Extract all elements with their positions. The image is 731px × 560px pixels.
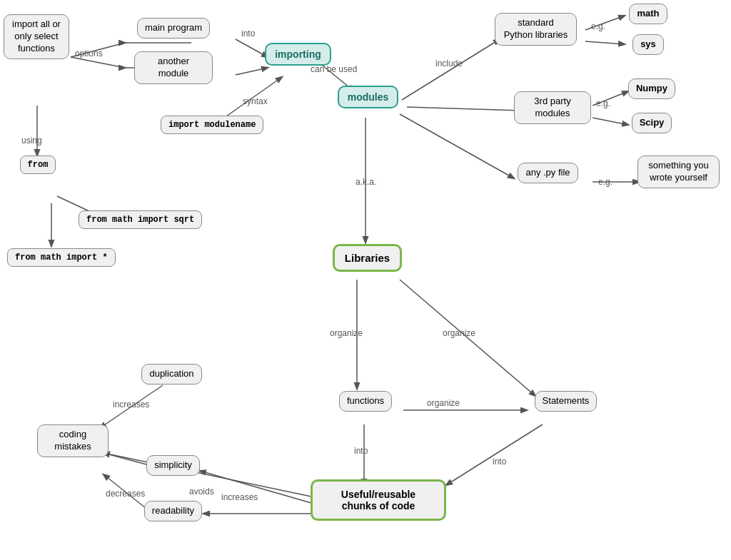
- another-module-node: another module: [134, 51, 213, 84]
- another-module-box: another module: [134, 51, 213, 84]
- importing-node: importing: [264, 43, 332, 66]
- from-math-sqrt-node: from math import sqrt: [79, 210, 202, 229]
- third-party-node: 3rd party modules: [514, 91, 591, 124]
- readability-box: readability: [144, 501, 202, 521]
- from-node: from: [20, 156, 56, 174]
- functions-box: functions: [339, 391, 392, 412]
- eg2-label: e.g.: [596, 98, 610, 108]
- numpy-box: Numpy: [628, 78, 675, 99]
- include-label: include: [435, 58, 463, 68]
- functions-node: functions: [330, 391, 401, 412]
- import-all-node: import all or only select functions: [4, 14, 69, 59]
- import-modulename-node: import modulename: [161, 116, 263, 134]
- svg-line-7: [236, 39, 268, 57]
- options-label: options: [75, 49, 103, 58]
- libraries-node: Libraries: [323, 244, 412, 272]
- something-you-node: something you wrote yourself: [637, 156, 720, 188]
- scipy-node: Scipy: [627, 113, 677, 133]
- import-all-box: import all or only select functions: [4, 14, 69, 59]
- svg-line-11: [402, 39, 500, 100]
- arrows-svg: [0, 0, 731, 560]
- simplicity-node: simplicity: [139, 455, 207, 476]
- into3-label: into: [493, 457, 506, 467]
- svg-line-28: [200, 471, 328, 508]
- duplication-node: duplication: [134, 364, 209, 385]
- useful-chunks-node: Useful/reusable chunks of code: [311, 479, 446, 521]
- statements-box: Statements: [535, 391, 598, 412]
- coding-mistakes-box: coding mistakes: [37, 424, 109, 457]
- svg-line-13: [400, 114, 514, 178]
- from-math-star-box: from math import *: [7, 248, 116, 267]
- main-program-node: main program: [134, 18, 213, 39]
- decreases-label: decreases: [106, 489, 145, 499]
- increases2-label: increases: [221, 492, 258, 502]
- any-py-box: any .py file: [518, 163, 578, 183]
- libraries-box: Libraries: [333, 244, 402, 272]
- organize1-label: organize: [330, 328, 363, 338]
- organize2-label: organize: [443, 328, 475, 338]
- readability-node: readability: [139, 501, 207, 521]
- svg-line-24: [446, 424, 543, 485]
- aka-label: a.k.a.: [356, 177, 376, 187]
- useful-chunks-box: Useful/reusable chunks of code: [311, 479, 446, 521]
- importing-box: importing: [265, 43, 331, 66]
- eg1-label: e.g.: [591, 21, 605, 31]
- svg-line-15: [585, 41, 625, 44]
- from-math-sqrt-box: from math import sqrt: [79, 210, 202, 229]
- import-modulename-box: import modulename: [161, 116, 263, 134]
- duplication-box: duplication: [141, 364, 201, 385]
- modules-box: modules: [338, 86, 399, 108]
- svg-line-8: [236, 68, 268, 75]
- from-box: from: [20, 156, 56, 174]
- something-you-box: something you wrote yourself: [637, 156, 720, 188]
- math-box: math: [629, 4, 667, 24]
- numpy-node: Numpy: [627, 78, 677, 99]
- math-node: math: [627, 4, 670, 24]
- from-math-star-node: from math import *: [7, 248, 116, 267]
- increases1-label: increases: [113, 399, 149, 409]
- simplicity-box: simplicity: [146, 455, 200, 476]
- using-label: using: [21, 136, 42, 146]
- sys-node: sys: [627, 34, 670, 55]
- statements-node: Statements: [528, 391, 603, 412]
- into2-label: into: [354, 446, 368, 456]
- modules-node: modules: [331, 86, 405, 108]
- main-program-box: main program: [137, 18, 210, 39]
- svg-line-17: [593, 118, 628, 125]
- svg-line-12: [407, 107, 521, 111]
- avoids-label: avoids: [189, 487, 214, 497]
- std-python-box: standard Python libraries: [495, 13, 577, 46]
- into-label: into: [241, 29, 255, 39]
- can-be-used-label: can be used: [311, 64, 357, 74]
- svg-line-4: [71, 57, 125, 68]
- scipy-box: Scipy: [632, 113, 672, 133]
- syntax-label: syntax: [243, 96, 268, 106]
- eg3-label: e.g.: [598, 177, 612, 187]
- organize3-label: organize: [427, 398, 460, 408]
- coding-mistakes-node: coding mistakes: [37, 424, 109, 457]
- any-py-node: any .py file: [514, 163, 582, 183]
- concept-map: import all or only select functions from…: [0, 0, 731, 560]
- std-python-node: standard Python libraries: [495, 13, 577, 46]
- sys-box: sys: [632, 34, 664, 55]
- third-party-box: 3rd party modules: [514, 91, 591, 124]
